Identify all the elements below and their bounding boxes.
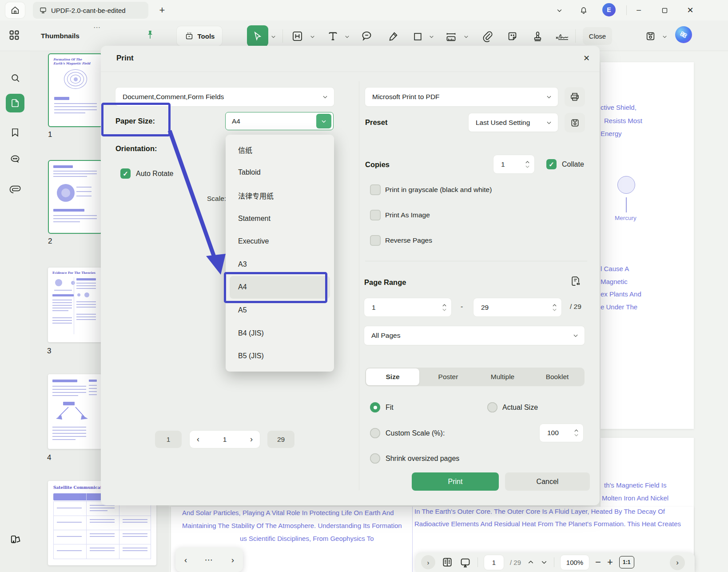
zoom-in-button[interactable]: +	[607, 556, 613, 568]
grayscale-checkbox[interactable]	[370, 184, 381, 195]
range-from-spinner[interactable]: 1	[364, 298, 451, 316]
auto-rotate-checkbox[interactable]: ✓	[120, 168, 131, 179]
select-tool-button[interactable]	[247, 25, 268, 47]
text-tool-dropdown[interactable]	[344, 34, 350, 40]
minimize-button[interactable]: −	[631, 3, 646, 18]
spinner-arrows[interactable]	[525, 160, 530, 168]
copies-spinner[interactable]: 1	[493, 155, 534, 173]
sticker-tool-icon[interactable]	[506, 30, 518, 42]
thumbnail-page-3[interactable]: Evidence For The Theories	[48, 268, 102, 342]
preview-first-page-button[interactable]: 1	[155, 431, 182, 448]
zoom-level-input[interactable]: 100%	[561, 555, 589, 570]
bookmark-icon[interactable]	[6, 123, 24, 142]
page-range-expand-icon[interactable]	[570, 276, 581, 287]
print-as-image-checkbox[interactable]	[370, 210, 381, 220]
zoom-out-button[interactable]: −	[595, 556, 601, 568]
window-close-button[interactable]: ✕	[683, 3, 698, 18]
tabs-dropdown-button[interactable]	[552, 3, 567, 18]
statusbar-expand-button[interactable]: ›	[421, 555, 435, 569]
paper-size-option[interactable]: B4 (JIS)	[226, 322, 334, 345]
stamp-tool-icon[interactable]	[532, 30, 544, 42]
new-tab-button[interactable]: +	[155, 4, 169, 17]
measure-tool-dropdown[interactable]	[463, 34, 469, 40]
attachments-nav-icon[interactable]	[6, 179, 24, 198]
paper-size-option[interactable]: Statement	[226, 207, 334, 230]
tab-size[interactable]: Size	[366, 368, 419, 385]
printer-properties-button[interactable]	[565, 87, 585, 107]
thumbnail-page-4[interactable]	[48, 374, 102, 449]
spinner-arrows[interactable]	[442, 304, 447, 312]
next-page-icon[interactable]	[541, 559, 548, 566]
paper-size-option[interactable]: 法律专用纸	[226, 184, 334, 207]
paper-size-option[interactable]: A5	[226, 299, 334, 322]
doc-panel-toggle-button[interactable]: ›	[670, 555, 685, 570]
panel-drag-handle[interactable]: ⋯	[93, 23, 101, 32]
reverse-pages-checkbox[interactable]	[370, 235, 381, 246]
actual-size-zoom-button[interactable]: 1:1	[619, 556, 634, 568]
paper-size-option[interactable]: Tabloid	[226, 161, 334, 184]
text-tool-icon[interactable]	[327, 30, 339, 42]
comments-nav-icon[interactable]	[6, 150, 24, 168]
range-to-spinner[interactable]: 29	[473, 298, 561, 316]
home-button[interactable]	[5, 2, 25, 18]
fit-radio[interactable]	[370, 402, 380, 412]
maximize-button[interactable]	[657, 3, 672, 18]
doc-more-button[interactable]: ⋯	[205, 555, 214, 565]
print-button[interactable]: Print	[412, 472, 499, 491]
pin-icon[interactable]	[145, 29, 155, 40]
heading-tool-icon[interactable]	[291, 30, 303, 42]
notifications-button[interactable]	[576, 3, 591, 18]
printer-select[interactable]: Microsoft Print to PDF	[365, 88, 558, 106]
preview-last-page-button[interactable]: 29	[267, 431, 294, 448]
prev-page-button[interactable]: ‹	[197, 435, 199, 444]
page-tools-icon[interactable]	[6, 530, 24, 549]
thumbnail-page-2[interactable]	[49, 161, 102, 233]
custom-scale-spinner[interactable]: 100	[540, 424, 583, 442]
save-preset-button[interactable]	[565, 113, 585, 132]
avatar[interactable]: E	[602, 3, 616, 16]
dialog-close-icon[interactable]: ✕	[583, 53, 590, 63]
paper-size-option[interactable]: 信纸	[226, 138, 334, 161]
tab-multiple[interactable]: Multiple	[477, 368, 528, 385]
thumbnails-nav-icon[interactable]	[6, 94, 24, 112]
signature-tool-icon[interactable]	[555, 31, 569, 42]
doc-prev-button[interactable]: ‹	[184, 555, 187, 565]
ai-assistant-icon[interactable]	[675, 26, 692, 43]
prev-page-icon[interactable]	[527, 559, 534, 566]
presentation-mode-icon[interactable]	[459, 556, 471, 568]
print-content-select[interactable]: Document,Comment,Form Fields	[115, 88, 334, 106]
comment-tool-icon[interactable]	[361, 30, 373, 42]
select-tool-dropdown[interactable]	[271, 34, 276, 40]
close-mode-button[interactable]: Close	[583, 27, 612, 45]
paper-size-option[interactable]: B5 (JIS)	[226, 344, 334, 368]
grid-menu-icon[interactable]	[8, 29, 20, 41]
all-pages-select[interactable]: All Pages	[364, 326, 585, 345]
spinner-arrows[interactable]	[574, 429, 579, 437]
page-number-input[interactable]: 1	[484, 555, 504, 570]
custom-scale-radio[interactable]	[370, 428, 380, 438]
save-icon[interactable]	[645, 31, 656, 42]
tab-booklet[interactable]: Booklet	[532, 368, 583, 385]
heading-tool-dropdown[interactable]	[310, 34, 315, 40]
actual-size-radio[interactable]	[487, 402, 497, 412]
pencil-tool-icon[interactable]	[387, 30, 399, 42]
save-dropdown[interactable]	[662, 34, 668, 40]
paper-size-option[interactable]: A3	[226, 253, 334, 276]
shape-tool-icon[interactable]	[412, 31, 423, 42]
thumbnail-page-1[interactable]: Formation Of The Earth's Magnetic Field	[49, 54, 102, 126]
preset-select[interactable]: Last Used Setting	[469, 113, 558, 132]
two-page-view-icon[interactable]	[442, 556, 453, 568]
paper-size-option[interactable]: Executive	[226, 230, 334, 253]
doc-next-button[interactable]: ›	[231, 555, 234, 565]
shape-tool-dropdown[interactable]	[429, 34, 434, 40]
cancel-button[interactable]: Cancel	[505, 472, 590, 491]
document-tab[interactable]: UPDF-2.0-cant-be-edited	[33, 2, 148, 19]
next-page-button[interactable]: ›	[250, 435, 253, 444]
spinner-arrows[interactable]	[552, 304, 557, 312]
shrink-radio[interactable]	[370, 453, 380, 464]
tools-button[interactable]: Tools	[177, 26, 222, 46]
paper-size-option-selected[interactable]: A4	[230, 276, 330, 299]
tab-poster[interactable]: Poster	[424, 368, 473, 385]
search-icon[interactable]	[6, 69, 24, 88]
measure-tool-icon[interactable]	[445, 31, 457, 43]
